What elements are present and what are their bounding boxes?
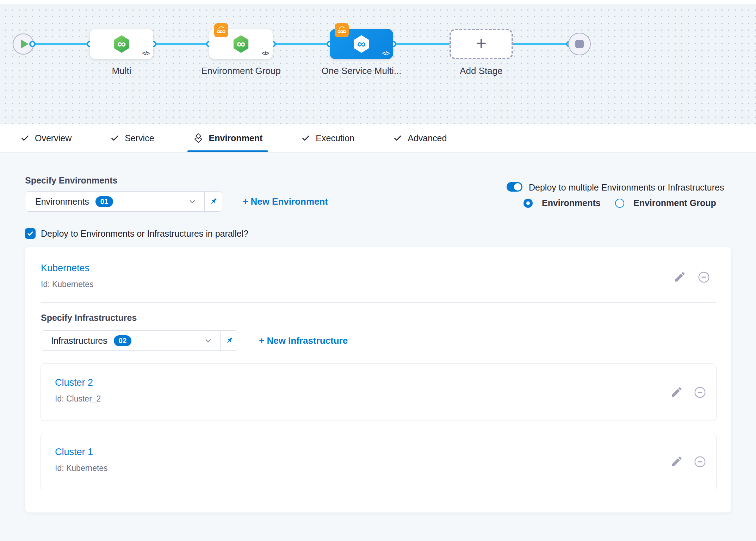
radio-unselected-icon[interactable]	[615, 199, 624, 208]
flow-line	[32, 43, 90, 45]
minus-circle-icon	[697, 270, 711, 284]
infinity-glyph: ∞	[357, 38, 366, 50]
infrastructure-id: Id: Kubernetes	[55, 464, 108, 473]
dropdown-value-text: Environments	[35, 197, 89, 207]
stage-label: Add Stage	[435, 65, 527, 77]
tab-overview[interactable]: Overview	[15, 124, 77, 152]
environment-card-kubernetes: Kubernetes Id: Kubernetes Specify Infras…	[25, 247, 731, 512]
code-icon: </>	[262, 50, 269, 57]
count-badge: 02	[114, 335, 131, 346]
infrastructure-title-link[interactable]: Cluster 1	[55, 447, 93, 458]
check-icon	[393, 133, 402, 143]
stage-card-one-service-multi-selected[interactable]: ∞ </>	[330, 29, 393, 59]
remove-infrastructure-button[interactable]	[693, 455, 707, 468]
toggle-knob	[514, 183, 521, 191]
infrastructure-card-cluster-1[interactable]: Cluster 1 Id: Kubernetes	[41, 433, 717, 490]
radio-environment-group[interactable]: Environment Group	[615, 198, 716, 208]
active-tab-underline	[187, 150, 268, 152]
connector-node	[29, 41, 36, 47]
play-icon	[21, 39, 29, 49]
infrastructure-id: Id: Cluster_2	[55, 394, 101, 404]
edit-infrastructure-button[interactable]	[670, 455, 683, 468]
edit-environment-button[interactable]	[674, 270, 686, 283]
harness-cd-icon: ∞	[233, 35, 249, 53]
pin-icon	[225, 336, 234, 345]
flow-line	[273, 43, 330, 45]
checkbox-checked-icon[interactable]	[25, 228, 36, 239]
stages-icon	[193, 133, 204, 143]
flow-line	[153, 43, 209, 45]
tab-service[interactable]: Service	[105, 124, 160, 152]
pencil-icon	[670, 455, 683, 468]
plus-icon: +	[476, 34, 487, 52]
infrastructures-dropdown-value[interactable]: Infrastructures 02	[41, 331, 220, 350]
remove-infrastructure-button[interactable]	[693, 386, 707, 399]
tab-label: Advanced	[408, 133, 447, 143]
radio-label: Environments	[542, 198, 601, 208]
tab-advanced[interactable]: Advanced	[388, 124, 452, 152]
harness-cd-icon: ∞	[353, 35, 370, 53]
multi-environment-toggle-label: Deploy to multiple Environments or Infra…	[529, 182, 724, 193]
environments-dropdown[interactable]: Environments 01	[25, 191, 222, 212]
rolling-deployment-icon	[335, 23, 349, 37]
tab-environment[interactable]: Environment	[187, 124, 268, 152]
infinity-glyph: ∞	[117, 38, 126, 50]
parallel-deploy-checkbox-row[interactable]: Deploy to Environments or Infrastructure…	[25, 228, 248, 239]
check-icon	[20, 133, 30, 143]
remove-environment-button[interactable]	[697, 270, 711, 284]
infrastructure-title-link[interactable]: Cluster 2	[55, 377, 93, 388]
stage-card-multi[interactable]: ∞ </>	[90, 29, 153, 59]
radio-label: Environment Group	[633, 198, 716, 208]
check-icon	[110, 133, 119, 143]
stage-tabbar: Overview Service Environment Execution A…	[0, 124, 756, 153]
tab-execution[interactable]: Execution	[296, 124, 360, 152]
infrastructures-dropdown[interactable]: Infrastructures 02	[41, 330, 238, 351]
pipeline-canvas[interactable]: ∞ </> ∞ </>	[0, 4, 756, 124]
stage-label: One Service Multi...	[316, 65, 407, 77]
environment-title-link[interactable]: Kubernetes	[41, 263, 89, 274]
parallel-deploy-label: Deploy to Environments or Infrastructure…	[41, 229, 248, 239]
pipeline-stage-editor: ∞ </> ∞ </>	[0, 0, 756, 541]
radio-selected-icon[interactable]	[523, 199, 533, 208]
tab-label: Overview	[35, 133, 72, 143]
multi-environment-toggle[interactable]	[507, 182, 522, 192]
pipeline-end-node	[568, 33, 591, 55]
minus-circle-icon	[693, 386, 707, 399]
chevron-down-icon	[189, 198, 196, 205]
stop-icon	[575, 40, 584, 48]
stage-card-environment-group[interactable]: ∞ </>	[209, 29, 273, 59]
check-icon	[301, 133, 310, 143]
infrastructure-card-cluster-2[interactable]: Cluster 2 Id: Cluster_2	[41, 363, 717, 421]
pencil-icon	[670, 386, 683, 398]
add-stage-button[interactable]: +	[450, 29, 513, 59]
stage-label: Multi	[76, 65, 167, 77]
stage-label: Environment Group	[195, 65, 287, 77]
chevron-down-icon	[205, 337, 212, 344]
edit-infrastructure-button[interactable]	[670, 386, 683, 398]
tab-label: Service	[125, 133, 154, 143]
dropdown-value-text: Infrastructures	[51, 336, 107, 346]
new-environment-link[interactable]: + New Environment	[243, 196, 328, 207]
infinity-glyph: ∞	[237, 38, 245, 50]
minus-circle-icon	[693, 455, 707, 468]
pencil-icon	[674, 270, 686, 283]
radio-environments[interactable]: Environments	[523, 198, 601, 208]
specify-environments-heading: Specify Environments	[25, 175, 118, 186]
divider	[41, 302, 716, 303]
tab-label: Execution	[316, 133, 354, 143]
specify-infrastructures-heading: Specify Infrastructures	[41, 313, 137, 323]
new-infrastructure-link[interactable]: + New Infrastructure	[259, 335, 348, 346]
code-icon: </>	[382, 50, 389, 57]
environments-dropdown-value[interactable]: Environments 01	[25, 192, 204, 211]
harness-cd-icon: ∞	[113, 35, 130, 53]
pin-icon	[209, 197, 218, 206]
pin-button[interactable]	[204, 192, 222, 211]
rolling-deployment-icon	[214, 23, 228, 37]
pin-button[interactable]	[220, 331, 238, 350]
tab-label: Environment	[209, 133, 263, 143]
environment-id: Id: Kubernetes	[41, 280, 94, 289]
count-badge: 01	[95, 196, 113, 207]
code-icon: </>	[142, 50, 149, 57]
